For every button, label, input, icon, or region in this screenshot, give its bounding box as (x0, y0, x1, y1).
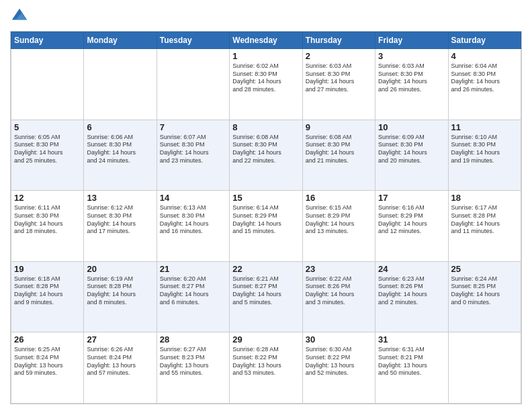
day-number-15: 15 (232, 193, 299, 203)
day-number-25: 25 (451, 264, 518, 274)
week-row-4: 19Sunrise: 6:18 AM Sunset: 8:28 PM Dayli… (11, 261, 521, 332)
weekday-header-friday: Friday (375, 32, 448, 49)
empty-cell (11, 49, 84, 120)
day-cell-11: 11Sunrise: 6:10 AM Sunset: 8:30 PM Dayli… (448, 120, 521, 191)
day-number-6: 6 (87, 122, 153, 132)
day-cell-30: 30Sunrise: 6:30 AM Sunset: 8:22 PM Dayli… (302, 332, 375, 404)
logo (10, 7, 32, 26)
empty-cell (84, 49, 157, 120)
calendar-table: SundayMondayTuesdayWednesdayThursdayFrid… (11, 32, 521, 404)
day-cell-21: 21Sunrise: 6:20 AM Sunset: 8:27 PM Dayli… (157, 261, 229, 332)
day-info-15: Sunrise: 6:14 AM Sunset: 8:29 PM Dayligh… (232, 204, 299, 236)
day-cell-28: 28Sunrise: 6:27 AM Sunset: 8:23 PM Dayli… (157, 332, 229, 404)
day-cell-1: 1Sunrise: 6:02 AM Sunset: 8:30 PM Daylig… (230, 49, 302, 120)
weekday-header-saturday: Saturday (448, 32, 521, 49)
day-info-5: Sunrise: 6:05 AM Sunset: 8:30 PM Dayligh… (14, 134, 81, 165)
day-cell-20: 20Sunrise: 6:19 AM Sunset: 8:28 PM Dayli… (84, 261, 157, 332)
day-info-19: Sunrise: 6:18 AM Sunset: 8:28 PM Dayligh… (14, 275, 81, 307)
day-cell-2: 2Sunrise: 6:03 AM Sunset: 8:30 PM Daylig… (302, 49, 375, 120)
day-cell-8: 8Sunrise: 6:08 AM Sunset: 8:30 PM Daylig… (230, 120, 302, 191)
day-number-3: 3 (378, 51, 445, 61)
day-info-10: Sunrise: 6:09 AM Sunset: 8:30 PM Dayligh… (378, 134, 445, 165)
day-number-29: 29 (232, 334, 299, 345)
week-row-5: 26Sunrise: 6:25 AM Sunset: 8:24 PM Dayli… (11, 332, 521, 404)
day-info-4: Sunrise: 6:04 AM Sunset: 8:30 PM Dayligh… (451, 62, 518, 94)
day-number-2: 2 (306, 51, 372, 61)
day-cell-15: 15Sunrise: 6:14 AM Sunset: 8:29 PM Dayli… (230, 191, 302, 262)
day-info-11: Sunrise: 6:10 AM Sunset: 8:30 PM Dayligh… (451, 134, 518, 165)
weekday-header-monday: Monday (84, 32, 157, 49)
day-info-22: Sunrise: 6:21 AM Sunset: 8:27 PM Dayligh… (232, 275, 299, 307)
day-number-19: 19 (14, 264, 81, 274)
day-cell-23: 23Sunrise: 6:22 AM Sunset: 8:26 PM Dayli… (302, 261, 375, 332)
weekday-header-sunday: Sunday (11, 32, 84, 49)
weekday-header-thursday: Thursday (302, 32, 375, 49)
day-cell-6: 6Sunrise: 6:06 AM Sunset: 8:30 PM Daylig… (84, 120, 157, 191)
logo-icon (10, 7, 29, 26)
day-cell-9: 9Sunrise: 6:08 AM Sunset: 8:30 PM Daylig… (302, 120, 375, 191)
calendar-body: 1Sunrise: 6:02 AM Sunset: 8:30 PM Daylig… (11, 49, 521, 404)
empty-cell (448, 332, 521, 404)
weekday-row: SundayMondayTuesdayWednesdayThursdayFrid… (11, 32, 521, 49)
day-info-29: Sunrise: 6:28 AM Sunset: 8:22 PM Dayligh… (232, 346, 299, 377)
day-info-28: Sunrise: 6:27 AM Sunset: 8:23 PM Dayligh… (160, 346, 226, 377)
weekday-header-wednesday: Wednesday (230, 32, 302, 49)
day-cell-14: 14Sunrise: 6:13 AM Sunset: 8:30 PM Dayli… (157, 191, 229, 262)
day-cell-10: 10Sunrise: 6:09 AM Sunset: 8:30 PM Dayli… (375, 120, 448, 191)
day-info-7: Sunrise: 6:07 AM Sunset: 8:30 PM Dayligh… (160, 134, 226, 165)
day-cell-25: 25Sunrise: 6:24 AM Sunset: 8:25 PM Dayli… (448, 261, 521, 332)
day-number-14: 14 (160, 193, 226, 203)
day-cell-4: 4Sunrise: 6:04 AM Sunset: 8:30 PM Daylig… (448, 49, 521, 120)
day-info-24: Sunrise: 6:23 AM Sunset: 8:26 PM Dayligh… (378, 275, 445, 307)
day-info-9: Sunrise: 6:08 AM Sunset: 8:30 PM Dayligh… (306, 134, 372, 165)
day-number-10: 10 (378, 122, 445, 132)
day-cell-18: 18Sunrise: 6:17 AM Sunset: 8:28 PM Dayli… (448, 191, 521, 262)
day-number-23: 23 (306, 264, 372, 274)
day-cell-29: 29Sunrise: 6:28 AM Sunset: 8:22 PM Dayli… (230, 332, 302, 404)
day-number-28: 28 (160, 334, 226, 345)
day-info-17: Sunrise: 6:16 AM Sunset: 8:29 PM Dayligh… (378, 204, 445, 236)
day-number-17: 17 (378, 193, 445, 203)
day-info-16: Sunrise: 6:15 AM Sunset: 8:29 PM Dayligh… (306, 204, 372, 236)
day-info-25: Sunrise: 6:24 AM Sunset: 8:25 PM Dayligh… (451, 275, 518, 307)
day-cell-3: 3Sunrise: 6:03 AM Sunset: 8:30 PM Daylig… (375, 49, 448, 120)
week-row-2: 5Sunrise: 6:05 AM Sunset: 8:30 PM Daylig… (11, 120, 521, 191)
day-cell-7: 7Sunrise: 6:07 AM Sunset: 8:30 PM Daylig… (157, 120, 229, 191)
day-number-22: 22 (232, 264, 299, 274)
day-number-31: 31 (378, 334, 445, 345)
day-number-5: 5 (14, 122, 81, 132)
day-cell-17: 17Sunrise: 6:16 AM Sunset: 8:29 PM Dayli… (375, 191, 448, 262)
day-info-27: Sunrise: 6:26 AM Sunset: 8:24 PM Dayligh… (87, 346, 153, 377)
day-cell-26: 26Sunrise: 6:25 AM Sunset: 8:24 PM Dayli… (11, 332, 84, 404)
calendar: SundayMondayTuesdayWednesdayThursdayFrid… (10, 31, 522, 404)
day-cell-22: 22Sunrise: 6:21 AM Sunset: 8:27 PM Dayli… (230, 261, 302, 332)
day-number-13: 13 (87, 193, 153, 203)
page: SundayMondayTuesdayWednesdayThursdayFrid… (0, 0, 532, 411)
day-number-30: 30 (306, 334, 372, 345)
day-number-11: 11 (451, 122, 518, 132)
day-info-14: Sunrise: 6:13 AM Sunset: 8:30 PM Dayligh… (160, 204, 226, 236)
calendar-header: SundayMondayTuesdayWednesdayThursdayFrid… (11, 32, 521, 49)
day-info-18: Sunrise: 6:17 AM Sunset: 8:28 PM Dayligh… (451, 204, 518, 236)
day-cell-31: 31Sunrise: 6:31 AM Sunset: 8:21 PM Dayli… (375, 332, 448, 404)
day-number-4: 4 (451, 51, 518, 61)
day-info-6: Sunrise: 6:06 AM Sunset: 8:30 PM Dayligh… (87, 134, 153, 165)
day-number-18: 18 (451, 193, 518, 203)
day-info-23: Sunrise: 6:22 AM Sunset: 8:26 PM Dayligh… (306, 275, 372, 307)
day-cell-12: 12Sunrise: 6:11 AM Sunset: 8:30 PM Dayli… (11, 191, 84, 262)
weekday-header-tuesday: Tuesday (157, 32, 229, 49)
day-info-26: Sunrise: 6:25 AM Sunset: 8:24 PM Dayligh… (14, 346, 81, 377)
day-number-26: 26 (14, 334, 81, 345)
day-info-1: Sunrise: 6:02 AM Sunset: 8:30 PM Dayligh… (232, 62, 299, 94)
day-cell-13: 13Sunrise: 6:12 AM Sunset: 8:30 PM Dayli… (84, 191, 157, 262)
day-number-1: 1 (232, 51, 299, 61)
day-info-13: Sunrise: 6:12 AM Sunset: 8:30 PM Dayligh… (87, 204, 153, 236)
week-row-1: 1Sunrise: 6:02 AM Sunset: 8:30 PM Daylig… (11, 49, 521, 120)
day-cell-16: 16Sunrise: 6:15 AM Sunset: 8:29 PM Dayli… (302, 191, 375, 262)
day-number-27: 27 (87, 334, 153, 345)
day-number-21: 21 (160, 264, 226, 274)
day-info-3: Sunrise: 6:03 AM Sunset: 8:30 PM Dayligh… (378, 62, 445, 94)
day-info-31: Sunrise: 6:31 AM Sunset: 8:21 PM Dayligh… (378, 346, 445, 377)
day-cell-27: 27Sunrise: 6:26 AM Sunset: 8:24 PM Dayli… (84, 332, 157, 404)
empty-cell (157, 49, 229, 120)
